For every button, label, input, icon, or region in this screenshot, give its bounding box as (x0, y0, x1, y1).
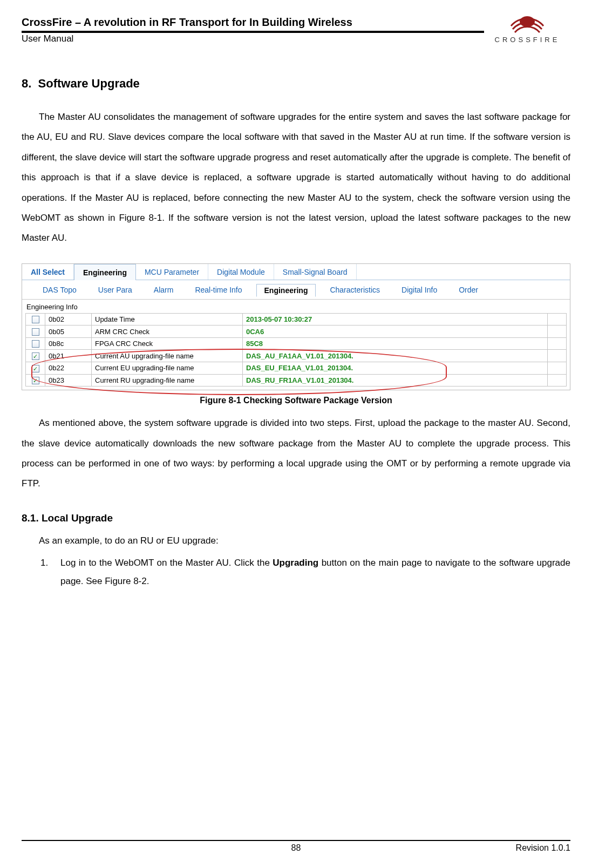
row-checkbox[interactable] (32, 328, 39, 336)
row-code: 0b02 (45, 313, 92, 326)
row-label: FPGA CRC Check (92, 337, 243, 350)
row-code: 0b8c (45, 337, 92, 350)
row-value: DAS_EU_FE1AA_V1.01_201304. (243, 362, 548, 374)
tab-alarm[interactable]: Alarm (146, 284, 181, 296)
tab-order[interactable]: Order (451, 284, 486, 296)
tab-engineering-sub[interactable]: Engineering (256, 284, 316, 297)
row-checkbox[interactable] (32, 316, 39, 323)
row-label: Current EU upgrading-file name (92, 362, 243, 374)
row-label: Current RU upgrading-file name (92, 374, 243, 386)
row-value: DAS_AU_FA1AA_V1.01_201304. (243, 350, 548, 362)
row-code: 0b23 (45, 374, 92, 386)
panel-title: Engineering Info (25, 302, 567, 313)
primary-tabbar: All Select Engineering MCU Parameter Dig… (22, 264, 570, 280)
row-value: 0CA6 (243, 326, 548, 338)
intro-paragraph: The Master AU consolidates the managemen… (22, 107, 570, 248)
table-row: 0b05ARM CRC Check0CA6 (26, 326, 567, 338)
row-code: 0b05 (45, 326, 92, 338)
row-code: 0b22 (45, 362, 92, 374)
table-row: ✓0b23Current RU upgrading-file nameDAS_R… (26, 374, 567, 386)
page-footer: 88 Revision 1.0.1 (22, 840, 570, 853)
tab-characteristics[interactable]: Characteristics (322, 284, 387, 296)
step-1: Log in to the WebOMT on the Master AU. C… (51, 554, 570, 591)
section-heading: 8. Software Upgrade (22, 77, 570, 91)
row-value: 85C8 (243, 337, 548, 350)
tab-small-signal-board[interactable]: Small-Signal Board (274, 264, 357, 280)
doc-title: CrossFire – A revolution in RF Transport… (22, 16, 484, 29)
secondary-tabbar: DAS Topo User Para Alarm Real-time Info … (22, 280, 570, 300)
example-intro: As an example, to do an RU or EU upgrade… (22, 531, 570, 551)
flame-icon (508, 14, 546, 35)
table-row: 0b02Update Time2013-05-07 10:30:27 (26, 313, 567, 326)
figure-caption: Figure 8-1 Checking Software Package Ver… (22, 396, 570, 405)
svg-point-0 (520, 16, 535, 27)
row-checkbox[interactable]: ✓ (32, 377, 39, 384)
table-row: ✓0b22Current EU upgrading-file nameDAS_E… (26, 362, 567, 374)
page-header: CrossFire – A revolution in RF Transport… (22, 16, 570, 44)
subsection-heading: 8.1. Local Upgrade (22, 512, 570, 524)
revision-label: Revision 1.0.1 (516, 843, 570, 853)
tab-all-select[interactable]: All Select (22, 264, 74, 280)
doc-subtitle: User Manual (22, 32, 484, 44)
engineering-info-table: 0b02Update Time2013-05-07 10:30:270b05AR… (25, 313, 567, 386)
tab-mcu-parameter[interactable]: MCU Parameter (136, 264, 208, 280)
tab-digital-info[interactable]: Digital Info (394, 284, 445, 296)
row-code: 0b21 (45, 350, 92, 362)
webomt-screenshot: All Select Engineering MCU Parameter Dig… (22, 263, 570, 390)
row-checkbox[interactable]: ✓ (32, 352, 39, 360)
page-number: 88 (291, 843, 301, 853)
row-value: DAS_RU_FR1AA_V1.01_201304. (243, 374, 548, 386)
table-row: ✓0b21Current AU upgrading-file nameDAS_A… (26, 350, 567, 362)
tab-das-topo[interactable]: DAS Topo (35, 284, 84, 296)
row-label: ARM CRC Check (92, 326, 243, 338)
row-value: 2013-05-07 10:30:27 (243, 313, 548, 326)
tab-realtime-info[interactable]: Real-time Info (187, 284, 249, 296)
tab-user-para[interactable]: User Para (91, 284, 140, 296)
row-label: Current AU upgrading-file name (92, 350, 243, 362)
brand-logo: CROSSFIRE (484, 14, 570, 44)
row-label: Update Time (92, 313, 243, 326)
row-checkbox[interactable]: ✓ (32, 365, 39, 372)
table-row: 0b8cFPGA CRC Check85C8 (26, 337, 567, 350)
brand-text: CROSSFIRE (484, 36, 570, 44)
tab-engineering[interactable]: Engineering (74, 264, 136, 280)
row-checkbox[interactable] (32, 340, 39, 348)
paragraph-after-figure: As mentioned above, the system software … (22, 413, 570, 494)
steps-list: Log in to the WebOMT on the Master AU. C… (40, 554, 570, 591)
tab-digital-module[interactable]: Digital Module (208, 264, 274, 280)
